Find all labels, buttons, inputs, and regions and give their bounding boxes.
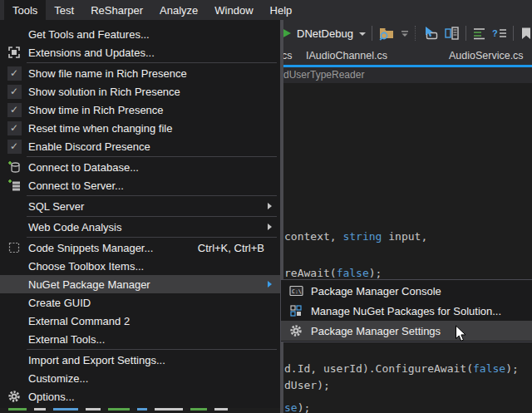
- code-line: d.Id, userId).ConfigureAwait(false);: [284, 362, 519, 375]
- menu-item-label: Create GUID: [28, 297, 280, 309]
- menu-shortcut: Ctrl+K, Ctrl+B: [198, 242, 264, 254]
- menu-item-external-tools[interactable]: External Tools...: [0, 330, 280, 348]
- checkmark-icon: ✓: [7, 66, 22, 81]
- menu-item-customize[interactable]: Customize...: [0, 369, 280, 387]
- checkmark-icon: ✓: [7, 85, 22, 99]
- menu-item-connect-to-database[interactable]: Connect to Database...: [0, 158, 280, 176]
- menu-item-label: Connect to Server...: [28, 179, 280, 192]
- menu-item-nuget-package-manager[interactable]: NuGet Package Manager: [0, 275, 280, 293]
- nuget-package-manager-submenu: C:\Package Manager ConsoleManage NuGet P…: [280, 279, 532, 342]
- menu-separator: [27, 237, 277, 238]
- connect-database-icon: [0, 160, 28, 174]
- menu-item-label: External Command 2: [28, 315, 280, 327]
- tab-iaudiochannel-cs[interactable]: IAudioChannel.cs: [306, 50, 387, 61]
- svg-text:?: ?: [492, 28, 498, 38]
- copy-lines-icon[interactable]: [444, 26, 460, 41]
- menu-separator: [27, 216, 277, 217]
- checkmark-icon: ✓: [0, 121, 28, 135]
- format-lines-icon[interactable]: [472, 27, 486, 40]
- menu-separator: [27, 156, 277, 157]
- menu-bar: ToolsTestReSharperAnalyzeWindowHelp: [0, 0, 532, 20]
- gear-icon: [281, 324, 311, 337]
- menu-item-show-time-in-rich-presence[interactable]: ✓Show time in Rich Presence: [0, 101, 280, 119]
- occluded-code-sliver: [8, 408, 228, 411]
- menu-separator: [27, 62, 277, 63]
- menu-item-connect-to-server[interactable]: Connect to Server...: [0, 176, 280, 194]
- toolbar-separator: [513, 26, 514, 41]
- find-in-files-icon[interactable]: [378, 26, 395, 41]
- menu-item-label: Customize...: [28, 372, 280, 385]
- overflow-chevron-icon[interactable]: [401, 28, 409, 38]
- toolbar-separator: [415, 26, 416, 41]
- menu-item-enable-discord-presence[interactable]: ✓Enable Discord Presence: [0, 137, 280, 155]
- menu-item-external-command-2[interactable]: External Command 2: [0, 312, 280, 330]
- menu-item-label: Show time in Rich Presence: [28, 104, 280, 116]
- menubar-item-help[interactable]: Help: [262, 0, 301, 20]
- menu-item-label: Show solution in Rich Presence: [28, 86, 280, 98]
- navigate-icon[interactable]: [422, 26, 438, 41]
- menu-item-create-guid[interactable]: Create GUID: [0, 293, 280, 312]
- menu-item-show-solution-in-rich-presence[interactable]: ✓Show solution in Rich Presence: [0, 82, 280, 101]
- menu-item-label: Web Code Analysis: [28, 221, 264, 234]
- checkmark-icon: ✓: [7, 121, 22, 135]
- menu-item-label: Connect to Database...: [28, 161, 280, 174]
- menu-item-label: Get Tools and Features...: [28, 28, 280, 41]
- menu-item-show-file-name-in-rich-presence[interactable]: ✓Show file name in Rich Presence: [0, 64, 280, 82]
- toolbar-separator: [466, 26, 466, 41]
- submenu-item-label: Manage NuGet Packages for Solution...: [311, 305, 501, 317]
- toolbar-separator: [372, 26, 372, 41]
- checkmark-icon: ✓: [7, 140, 22, 154]
- checkmark-icon: ✓: [0, 66, 28, 81]
- code-line: reAwait(false);: [284, 267, 382, 279]
- menu-item-options[interactable]: Options...: [0, 387, 280, 406]
- menubar-item-tools[interactable]: Tools: [4, 0, 46, 20]
- menu-item-label: Reset time when changing file: [28, 122, 280, 135]
- code-line: dUser);: [284, 379, 330, 391]
- submenu-arrow-icon: [264, 203, 275, 209]
- menu-item-sql-server[interactable]: SQL Server: [0, 197, 280, 215]
- menu-item-choose-toolbox-items[interactable]: Choose Toolbox Items...: [0, 257, 280, 275]
- checkmark-icon: ✓: [7, 103, 22, 117]
- menu-separator: [27, 195, 277, 196]
- menu-item-label: Options...: [28, 391, 280, 403]
- checkmark-icon: ✓: [0, 140, 28, 154]
- menu-item-web-code-analysis[interactable]: Web Code Analysis: [0, 218, 280, 236]
- code-snippets-icon: [0, 241, 28, 254]
- nuget-solution-icon: [281, 304, 311, 317]
- menu-separator: [27, 349, 277, 350]
- menu-item-label: Import and Export Settings...: [28, 354, 280, 366]
- menu-item-reset-time-when-changing-file[interactable]: ✓Reset time when changing file: [0, 119, 280, 137]
- chevron-down-icon[interactable]: [359, 32, 366, 36]
- bookmark-icon[interactable]: [520, 27, 532, 41]
- menu-item-label: Choose Toolbox Items...: [28, 260, 280, 273]
- menu-item-label: Show file name in Rich Presence: [28, 67, 280, 80]
- menu-item-label: Extensions and Updates...: [28, 47, 280, 59]
- menubar-item-resharper[interactable]: ReSharper: [82, 0, 151, 20]
- menubar-item-test[interactable]: Test: [46, 0, 82, 20]
- submenu-arrow-icon: [264, 224, 275, 230]
- run-configuration-dropdown[interactable]: DNetDebug: [297, 27, 353, 40]
- mouse-cursor: [455, 325, 467, 347]
- submenu-item-manage-nuget-packages-for-solution[interactable]: Manage NuGet Packages for Solution...: [281, 301, 532, 321]
- submenu-item-label: Package Manager Console: [311, 285, 441, 297]
- connect-server-icon: [0, 179, 28, 192]
- extensions-icon: [0, 46, 28, 59]
- menu-item-get-tools-and-features[interactable]: Get Tools and Features...: [0, 25, 280, 43]
- menu-item-import-and-export-settings[interactable]: Import and Export Settings...: [0, 351, 280, 369]
- code-line: se);: [284, 401, 310, 413]
- code-line: context, string input,: [284, 230, 427, 243]
- console-icon: C:\: [281, 285, 311, 297]
- submenu-item-package-manager-console[interactable]: C:\Package Manager Console: [281, 281, 532, 301]
- question-lines-icon[interactable]: ?: [492, 27, 507, 40]
- menu-item-code-snippets-manager[interactable]: Code Snippets Manager...Ctrl+K, Ctrl+B: [0, 238, 280, 257]
- menubar-item-analyze[interactable]: Analyze: [151, 0, 206, 20]
- menubar-item-window[interactable]: Window: [206, 0, 261, 20]
- tab-audioservice-cs[interactable]: AudioService.cs: [449, 50, 524, 61]
- submenu-item-package-manager-settings[interactable]: Package Manager Settings: [281, 321, 532, 341]
- menu-item-label: External Tools...: [28, 333, 280, 346]
- svg-text:C:\: C:\: [292, 288, 302, 295]
- menu-item-extensions-and-updates[interactable]: Extensions and Updates...: [0, 43, 280, 61]
- submenu-item-label: Package Manager Settings: [311, 325, 441, 337]
- submenu-arrow-icon: [264, 281, 275, 288]
- menu-shadow-edge: [280, 20, 283, 413]
